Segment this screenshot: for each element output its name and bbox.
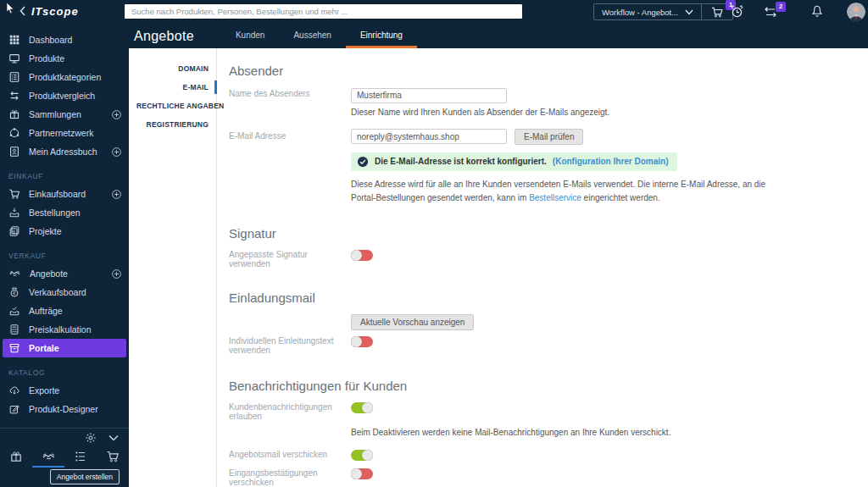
- chevron-down-icon[interactable]: [108, 434, 119, 441]
- subnav-item-rechtliche-angaben[interactable]: RECHTLICHE ANGABEN: [129, 97, 216, 115]
- sidebar-item-label: Exporte: [29, 385, 59, 396]
- tab-einrichtung[interactable]: Einrichtung: [346, 24, 417, 48]
- app-logo: ITscope: [31, 5, 79, 18]
- chevron-down-icon: [685, 9, 693, 15]
- bottom-tab-angebote[interactable]: [32, 446, 64, 468]
- documents-icon: [8, 225, 20, 237]
- custom-intro-toggle[interactable]: [351, 336, 373, 347]
- sidebar-item-sammlungen[interactable]: Sammlungen: [0, 105, 129, 124]
- page-header: Angebote Kunden Aussehen Einrichtung: [129, 24, 868, 48]
- sidebar-item-label: Portale: [29, 343, 59, 353]
- sidebar-item-label: Dashboard: [29, 35, 72, 45]
- bestellservice-link[interactable]: Bestellservice: [529, 193, 581, 202]
- sidebar-item-produktkategorien[interactable]: Produktkategorien: [0, 68, 129, 86]
- email-success-text: Die E-Mail-Adresse ist korrekt konfiguri…: [375, 157, 547, 166]
- custom-signature-toggle[interactable]: [351, 250, 373, 261]
- sidebar-item-produkt-designer[interactable]: Produkt-Designer: [0, 400, 129, 418]
- mouse-cursor-icon: [6, 3, 15, 14]
- bottom-tab-sammlungen[interactable]: [0, 446, 32, 468]
- toggle-knob: [351, 336, 362, 347]
- notif-label: Angebotsmail verschicken: [229, 449, 351, 459]
- workflow-dropdown-label: Workflow - Angebot...: [602, 8, 678, 17]
- svg-text:€: €: [13, 291, 15, 296]
- preview-button[interactable]: Aktuelle Vorschau anzeigen: [351, 314, 474, 330]
- section-heading-einladungsmail: Einladungsmail: [229, 291, 851, 305]
- network-icon: [8, 127, 20, 139]
- sidebar-item-label: Produkte: [29, 53, 64, 64]
- sidebar-item-mein-adressbuch[interactable]: Mein Adressbuch: [0, 142, 129, 161]
- custom-intro-label: Individuellen Einleitungstext verwenden: [229, 335, 351, 355]
- sidebar-footer: Angebot erstellen: [0, 428, 129, 487]
- sidebar-bottom-tabs: [0, 446, 129, 468]
- subnav-item-email[interactable]: E-MAIL: [129, 78, 216, 97]
- section-heading-absender: Absender: [229, 64, 851, 78]
- receipt-confirmation-toggle[interactable]: [351, 468, 373, 479]
- sidebar-item-label: Preiskalkulation: [29, 324, 92, 335]
- content: DOMAIN E-MAIL RECHTLICHE ANGABEN REGISTR…: [129, 48, 868, 487]
- sidebar-item-produktvergleich[interactable]: Produktvergleich: [0, 86, 129, 105]
- sidebar-item-verkaufsboard[interactable]: € Verkaufsboard: [0, 283, 129, 302]
- sidebar-item-label: Verkaufsboard: [29, 287, 86, 297]
- transfer-badge: 2: [776, 2, 786, 12]
- create-offer-button[interactable]: Angebot erstellen: [50, 469, 120, 484]
- sidebar-item-label: Mein Adressbuch: [29, 147, 97, 157]
- page-title: Angebote: [129, 29, 194, 44]
- sidebar-item-label: Produktkategorien: [29, 72, 101, 82]
- cart-button[interactable]: 1: [701, 4, 732, 19]
- plus-circle-icon[interactable]: [111, 189, 122, 200]
- notif-label: Eingangsbestätigungen verschicken: [229, 468, 351, 487]
- section-heading-benachrichtigungen: Benachrichtigungen für Kunden: [229, 379, 851, 393]
- tab-aussehen[interactable]: Aussehen: [279, 24, 345, 48]
- sidebar-item-exporte[interactable]: Exporte: [0, 381, 129, 400]
- bottom-tab-warenkorb[interactable]: [97, 446, 129, 468]
- sidebar-item-einkaufsboard[interactable]: Einkaufsboard: [0, 185, 129, 203]
- workflow-control: Workflow - Angebot... 1: [593, 3, 733, 20]
- gear-icon[interactable]: [85, 432, 97, 444]
- email-address-input[interactable]: [351, 129, 507, 144]
- sidebar-item-preiskalkulation[interactable]: Preiskalkulation: [0, 320, 129, 339]
- bottom-tab-listen[interactable]: [64, 446, 97, 468]
- gift-icon: [8, 108, 20, 120]
- plus-circle-icon[interactable]: [111, 147, 122, 158]
- sender-name-helper: Dieser Name wird Ihren Kunden als Absend…: [351, 108, 851, 117]
- tray-icon: [8, 305, 20, 317]
- allow-customer-notifications-toggle[interactable]: [351, 402, 373, 413]
- email-address-label: E-Mail Adresse: [229, 129, 351, 141]
- workflow-dropdown[interactable]: Workflow - Angebot...: [594, 4, 701, 19]
- bell-icon[interactable]: [810, 4, 824, 19]
- subnav-item-domain[interactable]: DOMAIN: [129, 59, 216, 78]
- tab-bar: Kunden Aussehen Einrichtung: [221, 24, 417, 48]
- check-email-button[interactable]: E-Mail prüfen: [515, 129, 583, 145]
- email-success-banner: Die E-Mail-Adresse ist korrekt konfiguri…: [351, 152, 677, 171]
- toggle-knob: [351, 250, 362, 261]
- toggle-knob: [362, 450, 373, 461]
- sidebar-item-angebote[interactable]: Angebote: [0, 264, 129, 283]
- collapse-sidebar-icon[interactable]: [19, 5, 26, 17]
- cloud-download-icon: [8, 385, 20, 396]
- cart-icon: [8, 188, 20, 200]
- sidebar-item-partnernetzwerk[interactable]: Partnernetzwerk: [0, 124, 129, 142]
- sidebar-item-dashboard[interactable]: Dashboard: [0, 30, 129, 49]
- sidebar-item-bestellungen[interactable]: Bestellungen: [0, 203, 129, 222]
- notifications-helper: Beim Deaktivieren werden keine Mail-Bena…: [351, 428, 851, 437]
- calculator-icon: [8, 324, 20, 335]
- plus-circle-icon[interactable]: [111, 109, 122, 120]
- sidebar-item-label: Angebote: [30, 268, 68, 279]
- search-input[interactable]: [124, 3, 523, 19]
- tab-kunden[interactable]: Kunden: [221, 24, 279, 48]
- monitor-icon: [8, 53, 20, 64]
- sidebar-item-portale[interactable]: Portale: [3, 339, 126, 357]
- email-info-text: Diese Adresse wird für alle an Ihre Kund…: [351, 178, 768, 206]
- sidebar-item-produkte[interactable]: Produkte: [0, 49, 129, 68]
- sender-name-input[interactable]: [351, 88, 507, 103]
- offer-mail-toggle[interactable]: [351, 450, 373, 461]
- sidebar-item-label: Bestellungen: [29, 208, 81, 218]
- alarm-clock-icon[interactable]: [730, 4, 744, 19]
- sidebar-item-label: Partnernetzwerk: [29, 128, 93, 138]
- sidebar-item-auftraege[interactable]: Aufträge: [0, 302, 129, 320]
- subnav-item-registrierung[interactable]: REGISTRIERUNG: [129, 115, 216, 134]
- plus-circle-icon[interactable]: [111, 268, 122, 279]
- sidebar-item-projekte[interactable]: Projekte: [0, 222, 129, 241]
- avatar[interactable]: [847, 3, 865, 21]
- domain-config-link[interactable]: (Konfiguration Ihrer Domain): [553, 157, 669, 166]
